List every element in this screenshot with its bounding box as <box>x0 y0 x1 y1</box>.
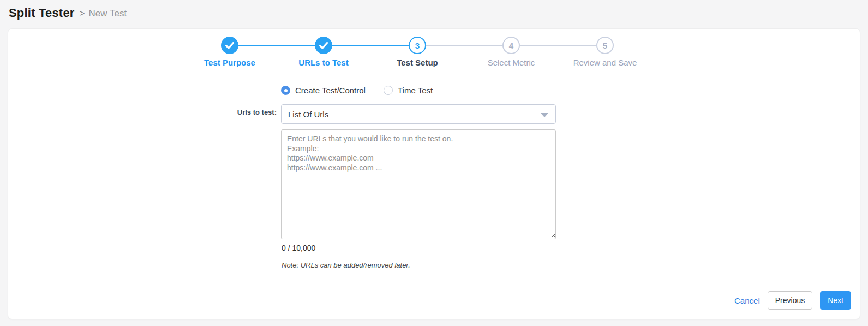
radio-option-create-test-control[interactable]: Create Test/Control <box>281 86 366 95</box>
char-counter: 0 / 10,000 <box>282 244 315 252</box>
cancel-button[interactable]: Cancel <box>734 296 760 305</box>
step-circle-4: 4 <box>502 37 520 54</box>
page-title: Split Tester <box>9 6 75 20</box>
check-icon <box>319 42 328 49</box>
wizard-card: Test Purpose URLs to Test 3 Test Setup 4… <box>8 28 860 319</box>
chevron-down-icon <box>541 113 548 117</box>
radio-label: Time Test <box>398 86 433 95</box>
previous-button[interactable]: Previous <box>768 291 812 310</box>
check-icon <box>225 42 234 49</box>
step-label: URLs to Test <box>298 58 348 67</box>
step-urls-to-test[interactable]: URLs to Test <box>277 37 370 67</box>
breadcrumb: New Test <box>89 7 127 19</box>
radio-option-time-test[interactable]: Time Test <box>384 86 433 95</box>
page-header: Split Tester > New Test <box>0 0 868 26</box>
radio-dot <box>284 89 288 92</box>
wizard-stepper: Test Purpose URLs to Test 3 Test Setup 4… <box>183 37 652 67</box>
step-circle-3: 3 <box>409 37 426 54</box>
dropdown-selected-value: List Of Urls <box>288 110 328 119</box>
next-button[interactable]: Next <box>820 291 851 310</box>
step-circle-1 <box>221 37 238 54</box>
radio-unselected-icon[interactable] <box>384 86 393 95</box>
breadcrumb-separator: > <box>80 7 85 19</box>
step-label: Review and Save <box>573 58 637 67</box>
step-label: Test Setup <box>397 58 438 67</box>
radio-label: Create Test/Control <box>295 86 366 95</box>
step-select-metric[interactable]: 4 Select Metric <box>464 37 558 67</box>
step-test-setup[interactable]: 3 Test Setup <box>370 37 464 67</box>
test-type-radio-group: Create Test/Control Time Test <box>281 86 433 95</box>
urls-textarea[interactable] <box>281 129 556 239</box>
step-circle-2 <box>315 37 332 54</box>
urls-note: Note: URLs can be added/removed later. <box>282 261 410 269</box>
wizard-footer: Cancel Previous Next <box>734 291 851 310</box>
step-label: Select Metric <box>488 58 535 67</box>
radio-selected-icon[interactable] <box>281 86 290 95</box>
url-type-dropdown[interactable]: List Of Urls <box>281 104 556 124</box>
step-test-purpose[interactable]: Test Purpose <box>183 37 277 67</box>
step-circle-5: 5 <box>596 37 614 54</box>
urls-to-test-label: Urls to test: <box>194 108 277 116</box>
step-label: Test Purpose <box>204 58 255 67</box>
step-review-and-save[interactable]: 5 Review and Save <box>558 37 652 67</box>
